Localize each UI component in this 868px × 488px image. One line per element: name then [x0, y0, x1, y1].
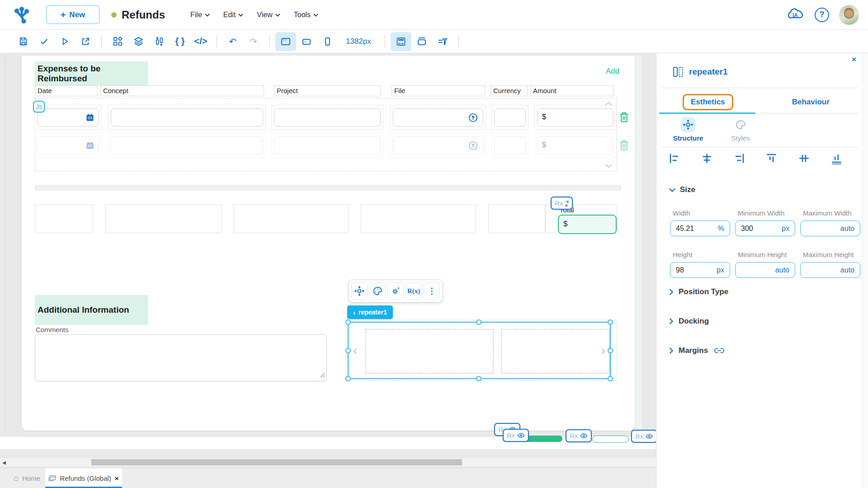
repeater-breadcrumb-chip[interactable]: ‹ repeater1 — [347, 305, 393, 319]
max-height-unit[interactable]: auto — [840, 266, 854, 274]
rx-visibility-badge[interactable]: Rx — [503, 429, 529, 442]
styles-tool-button[interactable] — [369, 282, 386, 300]
total-input[interactable]: $ — [558, 215, 617, 234]
date-input-row1[interactable] — [38, 108, 99, 127]
panel-scrollbar[interactable] — [862, 53, 868, 488]
add-row-link[interactable]: Add — [606, 67, 619, 76]
resize-handle-nw[interactable] — [345, 319, 351, 325]
rx-rename-badge[interactable]: Rx -xa — [551, 197, 573, 210]
comments-textarea[interactable] — [35, 334, 327, 381]
container-button[interactable] — [411, 32, 432, 51]
min-height-input[interactable]: auto — [735, 262, 795, 278]
rx-visibility-badge[interactable]: Rx — [566, 429, 592, 442]
ia-assistant-icon[interactable]: IA — [786, 7, 805, 23]
undo-button[interactable]: ↶ — [222, 32, 243, 51]
amount-input-row1[interactable]: $ — [537, 108, 613, 127]
resize-handle-w[interactable] — [345, 348, 351, 353]
user-avatar[interactable] — [839, 5, 859, 25]
js-event-badge[interactable]: Js — [33, 101, 45, 113]
more-options-button[interactable]: ⋮ — [424, 282, 440, 300]
structure-tool-button[interactable] — [351, 282, 368, 300]
filter-layout-button[interactable] — [432, 32, 453, 51]
align-right-icon[interactable] — [733, 152, 745, 164]
max-height-input[interactable]: auto — [800, 262, 860, 278]
layout-header-footer-button[interactable] — [391, 32, 411, 51]
source-code-button[interactable]: </> — [190, 32, 211, 51]
file-input-row1[interactable] — [393, 108, 483, 127]
concept-input-row1[interactable] — [111, 108, 263, 127]
width-input[interactable]: 45.21 % — [670, 221, 730, 236]
align-left-icon[interactable] — [668, 152, 680, 164]
view-structure[interactable]: Structure — [665, 117, 711, 142]
phone-viewport-button[interactable] — [317, 32, 338, 51]
tab-refunds-global[interactable]: Refunds (Global) × — [45, 468, 122, 488]
desktop-viewport-button[interactable] — [275, 32, 296, 51]
align-bottom-icon[interactable] — [830, 152, 843, 164]
scroll-right-caret[interactable]: › — [601, 343, 605, 358]
min-height-unit[interactable]: auto — [775, 266, 789, 274]
margins-section[interactable]: Margins — [669, 346, 724, 355]
form-canvas[interactable]: Expenses to be Reimbursed Add Date Conce… — [22, 56, 635, 431]
width-unit[interactable]: % — [718, 225, 724, 233]
repeater-item-placeholder[interactable] — [501, 329, 610, 374]
tab-esthetics[interactable]: Esthetics — [656, 91, 760, 113]
settings-tool-button[interactable] — [387, 282, 404, 300]
min-width-input[interactable]: 300 px — [735, 221, 795, 236]
menu-edit[interactable]: Edit — [223, 11, 244, 19]
size-section-header[interactable]: Size — [669, 185, 695, 194]
save-button[interactable] — [13, 32, 33, 51]
align-center-vertical-icon[interactable] — [798, 152, 810, 164]
formula-tool-button[interactable]: R(x) — [406, 282, 422, 300]
resize-handle-s[interactable] — [476, 376, 481, 381]
min-width-unit[interactable]: px — [782, 225, 789, 233]
connections-button[interactable] — [149, 32, 170, 51]
scrollbar-left-arrow[interactable]: ◂ — [0, 458, 8, 466]
repeater-item-placeholder[interactable] — [365, 329, 494, 374]
tab-close-icon[interactable]: × — [115, 474, 119, 482]
position-type-section[interactable]: Position Type — [669, 287, 728, 296]
resize-handle-n[interactable] — [476, 319, 481, 325]
tablet-viewport-button[interactable] — [296, 32, 317, 51]
tab-behaviour[interactable]: Behaviour — [760, 91, 863, 113]
scrollbar-thumb[interactable] — [91, 459, 462, 465]
view-styles[interactable]: Styles — [718, 117, 763, 142]
max-width-input[interactable]: auto — [800, 221, 860, 236]
currency-input-row2[interactable] — [494, 136, 526, 155]
panel-close-icon[interactable]: × — [852, 55, 856, 64]
export-button[interactable] — [75, 32, 96, 51]
resize-handle[interactable] — [320, 371, 325, 380]
resize-handle-sw[interactable] — [345, 376, 351, 381]
redo-button[interactable]: ↷ — [243, 32, 264, 51]
amount-input-row2[interactable]: $ — [537, 136, 613, 155]
link-icon[interactable] — [714, 347, 724, 354]
rx-visibility-badge[interactable]: Rx — [631, 430, 656, 443]
repeater-selection[interactable]: ‹ › — [348, 322, 611, 379]
project-input-row2[interactable] — [274, 136, 381, 155]
date-input-row2[interactable] — [38, 136, 99, 155]
new-button[interactable]: + New — [46, 5, 99, 24]
tab-home[interactable]: ⌂ Home — [7, 468, 47, 488]
variables-button[interactable]: { } — [170, 32, 190, 51]
height-input[interactable]: 98 px — [670, 262, 730, 278]
concept-input-row2[interactable] — [111, 136, 263, 155]
validate-button[interactable] — [33, 32, 54, 51]
file-input-row2[interactable] — [393, 136, 483, 155]
expand-rows-icon[interactable] — [605, 162, 612, 170]
run-button[interactable] — [54, 32, 75, 51]
menu-file[interactable]: File — [190, 11, 210, 19]
app-logo[interactable] — [11, 5, 33, 25]
resize-handle-e[interactable] — [608, 348, 613, 353]
calendar-icon[interactable] — [85, 113, 94, 124]
currency-input-row1[interactable] — [494, 108, 526, 127]
menu-tools[interactable]: Tools — [294, 11, 318, 19]
scroll-left-caret[interactable]: ‹ — [353, 343, 357, 358]
menu-view[interactable]: View — [257, 11, 280, 19]
align-center-horizontal-icon[interactable] — [701, 152, 713, 164]
layers-button[interactable] — [128, 32, 149, 51]
resize-handle-ne[interactable] — [608, 319, 613, 325]
height-unit[interactable]: px — [717, 266, 724, 274]
resize-handle-se[interactable] — [608, 376, 613, 381]
project-input-row1[interactable] — [274, 108, 381, 127]
help-icon[interactable]: ? — [815, 8, 829, 22]
components-button[interactable] — [107, 32, 128, 51]
